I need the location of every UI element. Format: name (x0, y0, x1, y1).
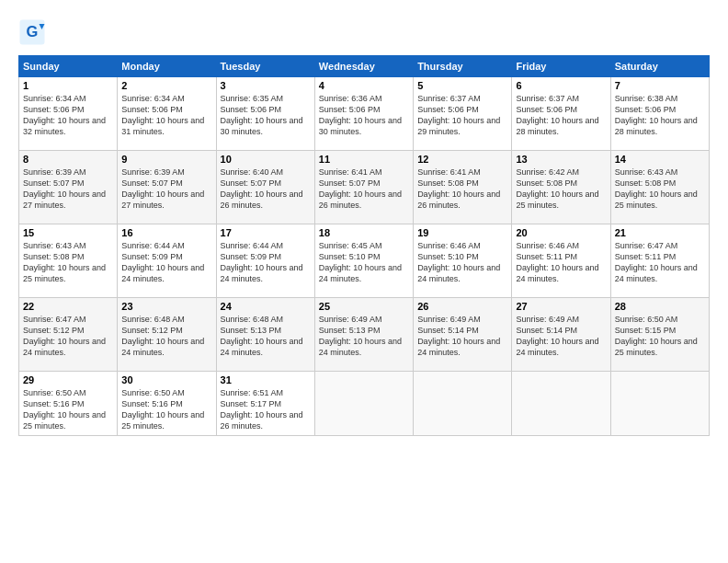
calendar-cell: 16 Sunrise: 6:44 AM Sunset: 5:09 PM Dayl… (118, 224, 216, 298)
calendar-week-row: 1 Sunrise: 6:34 AM Sunset: 5:06 PM Dayli… (19, 77, 710, 151)
weekday-header: Friday (512, 56, 610, 77)
day-info: Sunrise: 6:34 AM Sunset: 5:06 PM Dayligh… (23, 93, 113, 138)
day-info: Sunrise: 6:41 AM Sunset: 5:08 PM Dayligh… (417, 167, 507, 212)
calendar-table: SundayMondayTuesdayWednesdayThursdayFrid… (18, 55, 710, 436)
day-info: Sunrise: 6:44 AM Sunset: 5:09 PM Dayligh… (221, 240, 311, 285)
day-number: 23 (121, 301, 211, 312)
day-info: Sunrise: 6:49 AM Sunset: 5:14 PM Dayligh… (516, 314, 606, 359)
day-number: 29 (23, 374, 113, 385)
day-number: 28 (615, 301, 705, 312)
calendar-cell: 4 Sunrise: 6:36 AM Sunset: 5:06 PM Dayli… (314, 77, 413, 151)
day-info: Sunrise: 6:39 AM Sunset: 5:07 PM Dayligh… (23, 167, 113, 212)
day-info: Sunrise: 6:40 AM Sunset: 5:07 PM Dayligh… (221, 167, 311, 212)
calendar-cell: 28 Sunrise: 6:50 AM Sunset: 5:15 PM Dayl… (610, 298, 709, 372)
day-number: 27 (516, 301, 606, 312)
day-info: Sunrise: 6:34 AM Sunset: 5:06 PM Dayligh… (121, 93, 211, 138)
day-info: Sunrise: 6:38 AM Sunset: 5:06 PM Dayligh… (615, 93, 705, 138)
calendar-cell: 23 Sunrise: 6:48 AM Sunset: 5:12 PM Dayl… (118, 298, 216, 372)
weekday-header: Saturday (610, 56, 709, 77)
calendar-week-row: 15 Sunrise: 6:43 AM Sunset: 5:08 PM Dayl… (19, 224, 710, 298)
logo: G (18, 18, 50, 46)
day-info: Sunrise: 6:46 AM Sunset: 5:10 PM Dayligh… (417, 240, 507, 285)
day-number: 11 (319, 154, 409, 165)
calendar-cell: 8 Sunrise: 6:39 AM Sunset: 5:07 PM Dayli… (19, 151, 118, 224)
day-number: 4 (319, 80, 409, 91)
day-info: Sunrise: 6:48 AM Sunset: 5:13 PM Dayligh… (221, 314, 311, 359)
day-info: Sunrise: 6:36 AM Sunset: 5:06 PM Dayligh… (319, 93, 409, 138)
calendar-cell: 18 Sunrise: 6:45 AM Sunset: 5:10 PM Dayl… (314, 224, 413, 298)
weekday-header: Wednesday (314, 56, 413, 77)
day-number: 3 (221, 80, 311, 91)
day-number: 17 (221, 227, 311, 238)
calendar-cell: 13 Sunrise: 6:42 AM Sunset: 5:08 PM Dayl… (512, 151, 610, 224)
day-info: Sunrise: 6:51 AM Sunset: 5:17 PM Dayligh… (221, 387, 311, 432)
calendar-cell: 2 Sunrise: 6:34 AM Sunset: 5:06 PM Dayli… (118, 77, 216, 151)
day-number: 1 (23, 80, 113, 91)
calendar-week-row: 29 Sunrise: 6:50 AM Sunset: 5:16 PM Dayl… (19, 372, 710, 436)
calendar-cell (610, 372, 709, 436)
logo-icon: G (18, 18, 46, 46)
calendar-cell: 5 Sunrise: 6:37 AM Sunset: 5:06 PM Dayli… (414, 77, 512, 151)
calendar-cell: 22 Sunrise: 6:47 AM Sunset: 5:12 PM Dayl… (19, 298, 118, 372)
calendar-cell: 19 Sunrise: 6:46 AM Sunset: 5:10 PM Dayl… (414, 224, 512, 298)
calendar-cell: 25 Sunrise: 6:49 AM Sunset: 5:13 PM Dayl… (314, 298, 413, 372)
day-info: Sunrise: 6:47 AM Sunset: 5:12 PM Dayligh… (23, 314, 113, 359)
day-number: 31 (221, 374, 311, 385)
day-number: 26 (417, 301, 507, 312)
calendar-cell: 6 Sunrise: 6:37 AM Sunset: 5:06 PM Dayli… (512, 77, 610, 151)
day-number: 2 (121, 80, 211, 91)
calendar-cell: 9 Sunrise: 6:39 AM Sunset: 5:07 PM Dayli… (118, 151, 216, 224)
day-info: Sunrise: 6:45 AM Sunset: 5:10 PM Dayligh… (319, 240, 409, 285)
day-info: Sunrise: 6:37 AM Sunset: 5:06 PM Dayligh… (516, 93, 606, 138)
day-number: 13 (516, 154, 606, 165)
calendar-header-row: SundayMondayTuesdayWednesdayThursdayFrid… (19, 56, 710, 77)
day-info: Sunrise: 6:35 AM Sunset: 5:06 PM Dayligh… (221, 93, 311, 138)
day-number: 30 (121, 374, 211, 385)
day-number: 20 (516, 227, 606, 238)
calendar-cell: 7 Sunrise: 6:38 AM Sunset: 5:06 PM Dayli… (610, 77, 709, 151)
day-info: Sunrise: 6:49 AM Sunset: 5:13 PM Dayligh… (319, 314, 409, 359)
calendar-cell (414, 372, 512, 436)
day-info: Sunrise: 6:50 AM Sunset: 5:16 PM Dayligh… (23, 387, 113, 432)
calendar-week-row: 22 Sunrise: 6:47 AM Sunset: 5:12 PM Dayl… (19, 298, 710, 372)
weekday-header: Thursday (414, 56, 512, 77)
calendar-cell: 11 Sunrise: 6:41 AM Sunset: 5:07 PM Dayl… (314, 151, 413, 224)
day-number: 15 (23, 227, 113, 238)
calendar-cell: 20 Sunrise: 6:46 AM Sunset: 5:11 PM Dayl… (512, 224, 610, 298)
day-number: 7 (615, 80, 705, 91)
calendar-cell: 31 Sunrise: 6:51 AM Sunset: 5:17 PM Dayl… (216, 372, 314, 436)
day-info: Sunrise: 6:50 AM Sunset: 5:16 PM Dayligh… (121, 387, 211, 432)
day-number: 18 (319, 227, 409, 238)
calendar-cell (314, 372, 413, 436)
day-info: Sunrise: 6:44 AM Sunset: 5:09 PM Dayligh… (121, 240, 211, 285)
day-info: Sunrise: 6:41 AM Sunset: 5:07 PM Dayligh… (319, 167, 409, 212)
day-info: Sunrise: 6:49 AM Sunset: 5:14 PM Dayligh… (417, 314, 507, 359)
day-info: Sunrise: 6:43 AM Sunset: 5:08 PM Dayligh… (23, 240, 113, 285)
day-number: 6 (516, 80, 606, 91)
weekday-header: Tuesday (216, 56, 314, 77)
calendar-cell: 26 Sunrise: 6:49 AM Sunset: 5:14 PM Dayl… (414, 298, 512, 372)
calendar-cell: 14 Sunrise: 6:43 AM Sunset: 5:08 PM Dayl… (610, 151, 709, 224)
day-number: 19 (417, 227, 507, 238)
calendar-cell: 27 Sunrise: 6:49 AM Sunset: 5:14 PM Dayl… (512, 298, 610, 372)
weekday-header: Sunday (19, 56, 118, 77)
svg-text:G: G (27, 23, 39, 40)
day-info: Sunrise: 6:37 AM Sunset: 5:06 PM Dayligh… (417, 93, 507, 138)
calendar-page: G SundayMondayTuesdayWednesdayThursdayFr… (0, 0, 728, 563)
calendar-week-row: 8 Sunrise: 6:39 AM Sunset: 5:07 PM Dayli… (19, 151, 710, 224)
day-number: 5 (417, 80, 507, 91)
calendar-cell: 24 Sunrise: 6:48 AM Sunset: 5:13 PM Dayl… (216, 298, 314, 372)
calendar-cell: 29 Sunrise: 6:50 AM Sunset: 5:16 PM Dayl… (19, 372, 118, 436)
day-info: Sunrise: 6:47 AM Sunset: 5:11 PM Dayligh… (615, 240, 705, 285)
day-info: Sunrise: 6:46 AM Sunset: 5:11 PM Dayligh… (516, 240, 606, 285)
calendar-cell: 10 Sunrise: 6:40 AM Sunset: 5:07 PM Dayl… (216, 151, 314, 224)
calendar-cell: 15 Sunrise: 6:43 AM Sunset: 5:08 PM Dayl… (19, 224, 118, 298)
calendar-cell: 12 Sunrise: 6:41 AM Sunset: 5:08 PM Dayl… (414, 151, 512, 224)
day-number: 14 (615, 154, 705, 165)
day-number: 22 (23, 301, 113, 312)
calendar-cell: 1 Sunrise: 6:34 AM Sunset: 5:06 PM Dayli… (19, 77, 118, 151)
day-number: 12 (417, 154, 507, 165)
calendar-cell: 3 Sunrise: 6:35 AM Sunset: 5:06 PM Dayli… (216, 77, 314, 151)
day-number: 9 (121, 154, 211, 165)
day-info: Sunrise: 6:42 AM Sunset: 5:08 PM Dayligh… (516, 167, 606, 212)
